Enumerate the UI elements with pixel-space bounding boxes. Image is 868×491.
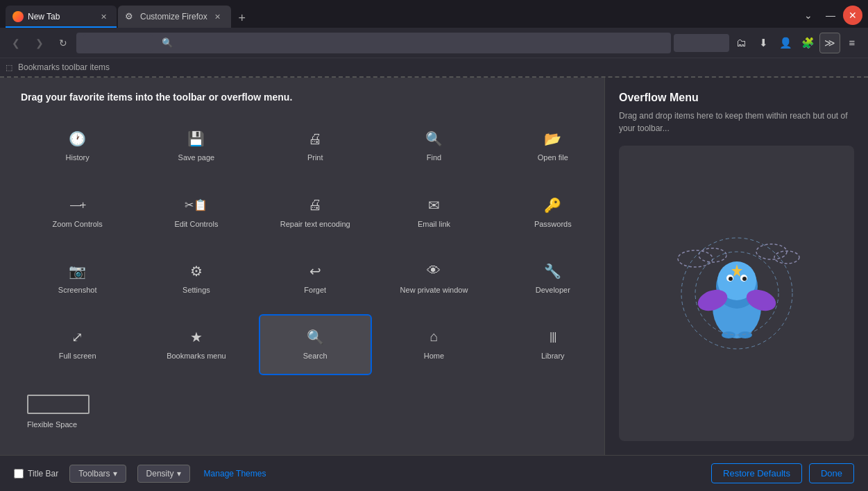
toolbar-item-home[interactable]: ⌂ Home (377, 314, 491, 374)
toolbar-item-passwords[interactable]: 🔑 Passwords (496, 182, 609, 243)
toolbar-item-zoom[interactable]: —+ Zoom Controls (21, 182, 134, 243)
toolbar-item-full-screen[interactable]: ⤢ Full screen (21, 314, 134, 374)
main-area: Drag your favorite items into the toolba… (0, 78, 868, 455)
manage-themes-link[interactable]: Manage Themes (204, 469, 266, 479)
email-link-icon: ✉ (428, 197, 440, 214)
overflow-panel: Overflow Menu Drag and drop items here t… (604, 78, 868, 455)
edit-controls-label: Edit Controls (174, 219, 218, 229)
toolbar-item-open-file[interactable]: 📂 Open file (496, 117, 609, 177)
toolbar-item-new-private-window[interactable]: 👁 New private window (377, 248, 491, 309)
svg-point-0 (678, 250, 713, 267)
nav-bar: ❮ ❯ ↻ 🔍 🗂 ⬇ 👤 🧩 ≫ ≡ (0, 28, 868, 58)
tab-customize[interactable]: ⚙ Customize Firefox ✕ (118, 6, 231, 28)
bookmarks-bar-label: Bookmarks toolbar items (18, 62, 110, 72)
flexible-space-visual (27, 395, 90, 414)
save-page-icon: 💾 (187, 130, 205, 147)
developer-icon: 🔧 (544, 263, 561, 279)
toolbar-item-developer[interactable]: 🔧 Developer (496, 248, 609, 309)
title-bar-label: Title Bar (28, 469, 58, 479)
bottom-right-actions: Restore Defaults Done (711, 463, 854, 483)
url-bar: 🔍 (76, 33, 671, 53)
passwords-label: Passwords (534, 219, 572, 229)
overflow-button[interactable]: ≫ (819, 33, 840, 53)
zoom-label: Zoom Controls (53, 219, 103, 229)
downloads-button[interactable]: ⬇ (753, 33, 774, 53)
bookmarks-bar-icon: ⬚ (6, 63, 12, 72)
account-button[interactable]: 👤 (775, 33, 796, 53)
developer-label: Developer (536, 285, 570, 295)
title-bar-checkbox[interactable] (14, 469, 24, 479)
reload-button[interactable]: ↻ (53, 33, 74, 53)
toolbar-item-repair-text[interactable]: 🖨 Repair text encoding (259, 182, 372, 243)
tab-new-tab-label: New Tab (28, 12, 60, 21)
pocket-button[interactable]: 🗂 (731, 33, 751, 53)
bookmarks-menu-label: Bookmarks menu (167, 351, 226, 361)
library-label: Library (541, 351, 565, 361)
toolbar-item-search[interactable]: 🔍 Search (259, 314, 372, 374)
toolbar-item-screenshot[interactable]: 📷 Screenshot (21, 248, 134, 309)
tab-customize-close[interactable]: ✕ (212, 10, 224, 23)
toolbar-item-flexible-space[interactable]: Flexible Space (21, 381, 134, 441)
repair-text-label: Repair text encoding (280, 219, 350, 229)
new-private-window-icon: 👁 (427, 263, 441, 279)
toolbar-item-edit-controls[interactable]: ✂📋 Edit Controls (139, 182, 253, 243)
search-item-label: Search (303, 351, 327, 361)
tab-bar-actions: ⌄ — ✕ (799, 6, 862, 28)
history-icon: 🕐 (69, 130, 86, 147)
full-screen-label: Full screen (59, 351, 96, 361)
tab-customize-label: Customize Firefox (140, 12, 207, 21)
url-box (83, 34, 153, 52)
toolbar-item-history[interactable]: 🕐 History (21, 117, 134, 177)
tab-new-tab[interactable]: New Tab ✕ (6, 6, 117, 28)
close-window-button[interactable]: ✕ (843, 6, 862, 25)
title-bar-toggle[interactable]: Title Bar (14, 469, 58, 479)
svg-point-10 (742, 277, 747, 281)
density-dropdown[interactable]: Density ▾ (137, 465, 190, 483)
tab-new-tab-close[interactable]: ✕ (97, 10, 110, 23)
back-button[interactable]: ❮ (6, 33, 26, 53)
menu-button[interactable]: ≡ (842, 33, 862, 53)
toolbar-item-email-link[interactable]: ✉ Email link (377, 182, 491, 243)
flexible-space-label: Flexible Space (27, 420, 77, 429)
new-tab-button[interactable]: + (232, 8, 252, 28)
passwords-icon: 🔑 (544, 197, 561, 214)
forget-label: Forget (304, 285, 326, 295)
extensions-button[interactable]: 🧩 (797, 33, 818, 53)
browser-window: New Tab ✕ ⚙ Customize Firefox ✕ + ⌄ — ✕ … (0, 0, 868, 491)
zoom-icon: —+ (70, 197, 85, 214)
list-tabs-button[interactable]: ⌄ (799, 6, 818, 25)
done-button[interactable]: Done (809, 463, 854, 483)
settings-icon: ⚙ (190, 263, 203, 279)
restore-defaults-button[interactable]: Restore Defaults (711, 463, 802, 483)
toolbars-dropdown[interactable]: Toolbars ▾ (69, 465, 126, 483)
print-label: Print (307, 153, 323, 162)
toolbar-item-forget[interactable]: ↩ Forget (259, 248, 372, 309)
extra-url-box (674, 34, 729, 52)
toolbar-item-print[interactable]: 🖨 Print (259, 117, 372, 177)
density-chevron-icon: ▾ (177, 469, 181, 479)
firefox-favicon (12, 11, 24, 22)
toolbar-item-find[interactable]: 🔍 Find (377, 117, 491, 177)
history-label: History (66, 153, 90, 162)
density-label: Density (146, 469, 174, 479)
toolbars-chevron-icon: ▾ (113, 469, 117, 479)
forward-button[interactable]: ❯ (29, 33, 50, 53)
home-label: Home (424, 351, 444, 361)
bookmarks-bar: ⬚ Bookmarks toolbar items (0, 58, 868, 78)
toolbar-item-bookmarks-menu[interactable]: ★ Bookmarks menu (139, 314, 253, 374)
new-private-window-label: New private window (400, 285, 468, 295)
search-item-icon: 🔍 (307, 329, 324, 345)
overflow-panel-illustration (619, 146, 854, 441)
bookmarks-menu-icon: ★ (190, 329, 203, 345)
toolbar-item-settings[interactable]: ⚙ Settings (139, 248, 253, 309)
toolbar-item-save-page[interactable]: 💾 Save page (139, 117, 253, 177)
open-file-label: Open file (538, 153, 568, 162)
screenshot-icon: 📷 (69, 263, 86, 279)
repair-text-icon: 🖨 (308, 197, 322, 214)
minimize-button[interactable]: — (821, 6, 840, 25)
open-file-icon: 📂 (544, 130, 561, 147)
toolbar-item-library[interactable]: ||| Library (496, 314, 609, 374)
email-link-label: Email link (418, 219, 450, 229)
forget-icon: ↩ (309, 263, 321, 279)
edit-controls-icon: ✂📋 (185, 197, 207, 214)
